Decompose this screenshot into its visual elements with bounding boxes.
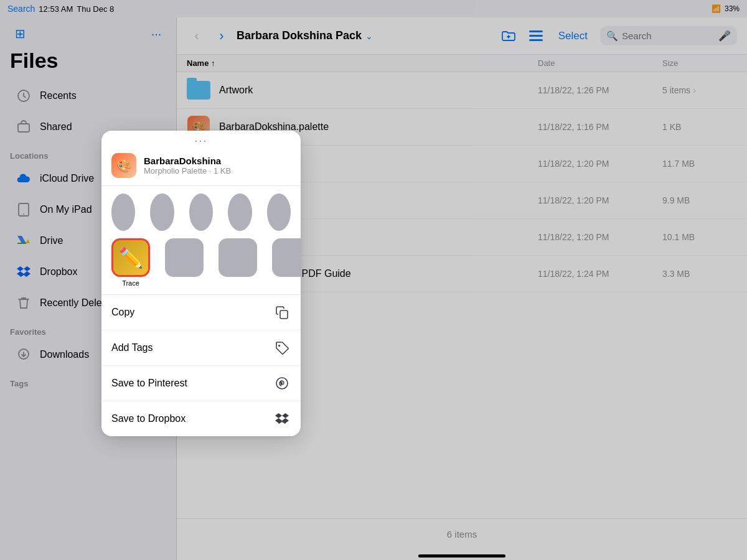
app-item-1[interactable] bbox=[165, 238, 204, 287]
contact-avatar[interactable] bbox=[228, 194, 251, 231]
app-avatar-row bbox=[111, 194, 291, 231]
contact-avatar[interactable] bbox=[189, 194, 213, 231]
save-pinterest-label: Save to Pinterest bbox=[111, 378, 187, 389]
context-file-icon: 🎨 bbox=[111, 153, 136, 178]
svg-rect-13 bbox=[280, 310, 288, 319]
app-actions-row: ✏️ Trace bbox=[101, 231, 301, 294]
contact-avatar[interactable] bbox=[150, 194, 174, 231]
tag-icon bbox=[273, 339, 291, 357]
context-file-meta: Morpholio Palette · 1 KB bbox=[144, 166, 231, 175]
context-menu-header: 🎨 BarbaraDokshina Morpholio Palette · 1 … bbox=[101, 143, 301, 186]
pinterest-icon bbox=[273, 375, 291, 392]
copy-label: Copy bbox=[111, 307, 134, 318]
copy-icon bbox=[273, 304, 291, 321]
app-icon-row: ✏️ Trace bbox=[111, 238, 291, 287]
save-dropbox-label: Save to Dropbox bbox=[111, 413, 186, 424]
contact-avatar[interactable] bbox=[267, 194, 291, 231]
context-file-info: BarbaraDokshina Morpholio Palette · 1 KB bbox=[144, 156, 231, 175]
trace-app-icon: ✏️ bbox=[111, 238, 150, 277]
app-icon-3 bbox=[272, 238, 301, 277]
context-action-save-dropbox[interactable]: Save to Dropbox bbox=[101, 401, 301, 436]
app-item-3[interactable] bbox=[272, 238, 301, 287]
app-icon-2 bbox=[218, 238, 257, 277]
contact-avatar[interactable] bbox=[111, 194, 135, 231]
app-item-2[interactable] bbox=[218, 238, 257, 287]
dropbox-action-icon bbox=[273, 410, 291, 427]
app-item-trace[interactable]: ✏️ Trace bbox=[111, 238, 150, 287]
context-actions: Copy Add Tags Save to Pinterest bbox=[101, 294, 301, 436]
context-menu: ··· 🎨 BarbaraDokshina Morpholio Palette … bbox=[101, 131, 301, 436]
context-action-add-tags[interactable]: Add Tags bbox=[101, 330, 301, 366]
drag-handle: ··· bbox=[194, 134, 207, 147]
context-action-save-pinterest[interactable]: Save to Pinterest bbox=[101, 366, 301, 401]
svg-point-14 bbox=[278, 345, 280, 347]
context-action-copy[interactable]: Copy bbox=[101, 295, 301, 330]
app-icon-1 bbox=[165, 238, 204, 277]
app-label-trace: Trace bbox=[122, 279, 139, 287]
context-file-name: BarbaraDokshina bbox=[144, 156, 231, 166]
share-targets-row bbox=[101, 186, 301, 231]
add-tags-label: Add Tags bbox=[111, 342, 153, 353]
